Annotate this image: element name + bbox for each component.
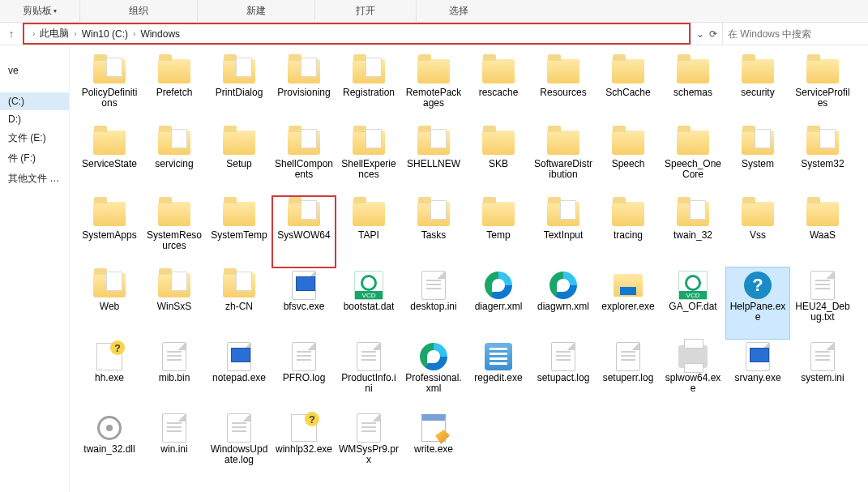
ribbon-group-clipboard[interactable]: 剪贴板 ▾	[0, 0, 80, 22]
file-item[interactable]: HEU24_Debug.txt	[791, 267, 854, 339]
file-item[interactable]: mib.bin	[143, 339, 206, 410]
file-label: diagwrn.xml	[537, 302, 589, 312]
file-item[interactable]: twain_32.dll	[78, 410, 141, 481]
file-item[interactable]: desktop.ini	[402, 267, 465, 339]
file-item[interactable]: System32	[791, 125, 854, 196]
ribbon-group-select[interactable]: 选择	[417, 0, 501, 22]
file-icon	[286, 342, 322, 371]
file-item[interactable]: servicing	[143, 125, 206, 196]
file-item[interactable]: ShellExperiences	[337, 125, 400, 196]
file-item[interactable]: zh-CN	[207, 267, 271, 339]
file-item[interactable]: explorer.exe	[596, 267, 660, 339]
crumb-drive-c[interactable]: Win10 (C:)›	[82, 28, 141, 40]
file-item[interactable]: SoftwareDistribution	[532, 125, 595, 196]
ribbon-group-open[interactable]: 打开	[315, 0, 417, 22]
file-item[interactable]: twain_32	[661, 196, 725, 267]
file-item[interactable]: splwow64.exe	[661, 339, 725, 410]
file-item[interactable]: tracing	[596, 196, 660, 267]
file-item[interactable]: WMSysPr9.prx	[337, 410, 400, 481]
file-item[interactable]: WindowsUpdate.log	[207, 410, 271, 481]
file-item[interactable]: Speech	[596, 125, 660, 196]
file-item[interactable]: ?HelpPane.exe	[726, 267, 789, 339]
chevron-down-icon[interactable]: ⌄	[696, 28, 704, 40]
file-label: write.exe	[414, 444, 453, 455]
file-item[interactable]: Speech_OneCore	[661, 125, 725, 196]
file-item[interactable]: notepad.exe	[207, 339, 271, 410]
file-item[interactable]: ServiceProfiles	[791, 53, 854, 125]
file-item[interactable]: VCDbootstat.dat	[337, 267, 400, 339]
file-item[interactable]: setuperr.log	[596, 339, 660, 410]
file-item[interactable]: win.ini	[143, 410, 206, 481]
file-item[interactable]: Resources	[532, 53, 595, 125]
refresh-icon[interactable]: ⟳	[709, 28, 717, 40]
file-label: explorer.exe	[601, 302, 654, 312]
file-item[interactable]: regedit.exe	[467, 339, 530, 410]
file-item[interactable]: VCDGA_OF.dat	[661, 267, 725, 339]
file-item[interactable]: schemas	[661, 53, 725, 125]
file-item[interactable]: Vss	[726, 196, 789, 267]
file-item[interactable]: SystemApps	[78, 196, 141, 267]
sidebar-item[interactable]: 其他文件 (G:)	[0, 169, 69, 189]
file-item[interactable]: srvany.exe	[726, 339, 789, 410]
file-item[interactable]: write.exe	[402, 410, 465, 481]
file-icon	[156, 342, 192, 371]
file-item[interactable]: Setup	[207, 125, 271, 196]
file-label: setupact.log	[537, 373, 590, 383]
file-item[interactable]: diagerr.xml	[467, 267, 530, 339]
file-item[interactable]: ShellComponents	[272, 125, 336, 196]
file-item[interactable]: PolicyDefinitions	[78, 53, 141, 125]
breadcrumb[interactable]: › 此电脑› Win10 (C:)› Windows	[23, 23, 691, 45]
file-item[interactable]: system.ini	[791, 339, 854, 410]
file-item[interactable]: SystemResources	[143, 196, 206, 267]
file-item[interactable]: SchCache	[596, 53, 660, 125]
file-label: Setup	[226, 159, 251, 169]
file-item[interactable]: PrintDialog	[207, 53, 271, 125]
file-item[interactable]: PFRO.log	[272, 339, 336, 410]
file-item[interactable]: SystemTemp	[207, 196, 271, 267]
file-label: mib.bin	[159, 373, 190, 383]
file-item[interactable]: WinSxS	[143, 267, 206, 339]
file-item[interactable]: SHELLNEW	[402, 125, 465, 196]
file-item[interactable]: WaaS	[791, 196, 854, 267]
file-item[interactable]: setupact.log	[532, 339, 595, 410]
folder-icon	[805, 57, 840, 86]
file-item[interactable]: winhlp32.exe	[272, 410, 336, 481]
file-item[interactable]: rescache	[467, 53, 530, 125]
file-item[interactable]: diagwrn.xml	[532, 267, 595, 339]
file-item[interactable]: bfsvc.exe	[272, 267, 336, 339]
file-item[interactable]: SysWOW64	[272, 196, 336, 267]
sidebar-item[interactable]: 文件 (E:)	[0, 128, 69, 148]
sidebar-item[interactable]	[0, 79, 69, 86]
file-item[interactable]: Provisioning	[272, 53, 336, 125]
sidebar-item[interactable]: D:)	[0, 110, 69, 128]
sidebar-item[interactable]: ve	[0, 62, 69, 79]
search-input[interactable]	[728, 28, 863, 40]
file-item[interactable]: RemotePackages	[402, 53, 465, 125]
crumb-windows[interactable]: Windows	[140, 28, 180, 40]
file-item[interactable]: ProductInfo.ini	[337, 339, 400, 410]
up-button[interactable]: ↑	[0, 23, 23, 45]
sidebar-item[interactable]	[0, 55, 69, 62]
file-item[interactable]: Prefetch	[143, 53, 206, 125]
sidebar-item[interactable]: 件 (F:)	[0, 148, 69, 169]
sidebar-item[interactable]: (C:)	[0, 92, 69, 110]
file-label: Speech	[612, 159, 645, 169]
file-item[interactable]: Temp	[467, 196, 530, 267]
file-item[interactable]: SKB	[467, 125, 530, 196]
crumb-this-pc[interactable]: 此电脑›	[40, 27, 81, 41]
file-item[interactable]: Tasks	[402, 196, 465, 267]
file-item[interactable]: TextInput	[532, 196, 595, 267]
sidebar-item[interactable]	[0, 86, 69, 92]
file-item[interactable]: hh.exe	[78, 339, 141, 410]
ribbon-group-new[interactable]: 新建	[198, 0, 315, 22]
file-content-area[interactable]: PolicyDefinitionsPrefetchPrintDialogProv…	[70, 45, 868, 492]
file-item[interactable]: System	[726, 125, 789, 196]
file-item[interactable]: Web	[78, 267, 141, 339]
ribbon-group-organize[interactable]: 组织	[80, 0, 198, 22]
search-box[interactable]	[722, 23, 868, 45]
file-item[interactable]: Registration	[337, 53, 400, 125]
file-item[interactable]: TAPI	[337, 196, 400, 267]
file-item[interactable]: security	[726, 53, 789, 125]
file-item[interactable]: ServiceState	[78, 125, 141, 196]
file-item[interactable]: Professional.xml	[402, 339, 465, 410]
